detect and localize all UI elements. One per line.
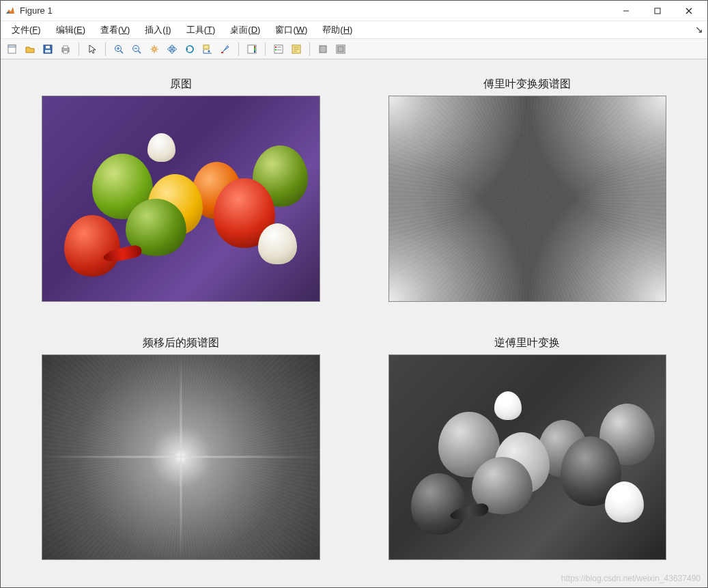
- menu-file[interactable]: 文件(F): [5, 22, 48, 38]
- svg-line-17: [139, 51, 141, 53]
- brush-button[interactable]: [218, 42, 233, 57]
- svg-rect-10: [63, 46, 68, 48]
- window-title: Figure 1: [20, 5, 610, 16]
- link-axes-button[interactable]: [182, 42, 197, 57]
- svg-rect-33: [275, 46, 277, 48]
- svg-point-22: [171, 48, 173, 50]
- open-button[interactable]: [23, 42, 38, 57]
- subplot-1-image[interactable]: [42, 96, 320, 302]
- subplot-3-title: 频移后的频谱图: [143, 336, 219, 350]
- svg-rect-8: [45, 50, 51, 53]
- menu-window[interactable]: 窗口(W): [268, 22, 314, 38]
- subplot-4-image[interactable]: [388, 354, 667, 561]
- svg-rect-5: [8, 45, 16, 47]
- menu-view[interactable]: 查看(V): [94, 22, 137, 38]
- toolbar-separator: [238, 42, 239, 56]
- menu-desktop[interactable]: 桌面(D): [223, 22, 267, 38]
- menu-insert[interactable]: 插入(I): [138, 22, 178, 38]
- rotate-3d-button[interactable]: [165, 42, 180, 57]
- subplot-grid: 原图 傅里叶变换频谱图: [1, 59, 707, 587]
- minimize-button[interactable]: [610, 1, 642, 21]
- svg-rect-31: [254, 46, 255, 53]
- svg-rect-43: [338, 46, 343, 52]
- subplot-1: 原图: [42, 77, 320, 302]
- matlab-icon: [5, 5, 16, 16]
- insert-legend-button[interactable]: [271, 42, 286, 57]
- subplot-2-image[interactable]: [388, 96, 667, 302]
- svg-rect-7: [46, 46, 50, 48]
- close-button[interactable]: [673, 1, 705, 21]
- menu-help[interactable]: 帮助(H): [315, 22, 359, 38]
- menubar: 文件(F) 编辑(E) 查看(V) 插入(I) 工具(T) 桌面(D) 窗口(W…: [1, 21, 707, 39]
- maximize-button[interactable]: [642, 1, 673, 21]
- toolbar-separator: [79, 42, 79, 56]
- zoom-in-button[interactable]: [111, 42, 126, 57]
- figure-canvas[interactable]: 原图 傅里叶变换频谱图: [1, 59, 707, 587]
- dock-arrow-icon[interactable]: ↘: [695, 24, 703, 35]
- subplot-1-title: 原图: [170, 77, 192, 92]
- subplot-3: 频移后的频谱图: [42, 336, 320, 561]
- watermark: https://blog.csdn.net/weixin_43637490: [561, 574, 700, 583]
- toolbar: [1, 39, 707, 59]
- show-plot-tools-button[interactable]: [333, 42, 348, 57]
- subplot-2: 傅里叶变换频谱图: [388, 77, 667, 302]
- svg-rect-25: [203, 45, 209, 49]
- svg-point-19: [153, 47, 156, 51]
- pointer-button[interactable]: [85, 42, 100, 57]
- save-button[interactable]: [40, 42, 55, 57]
- svg-rect-11: [63, 51, 68, 53]
- hide-plot-tools-button[interactable]: [315, 42, 330, 57]
- insert-colorbar-button[interactable]: [244, 42, 259, 57]
- subplot-4: 逆傅里叶变换: [388, 336, 667, 561]
- menu-edit[interactable]: 编辑(E): [49, 22, 92, 38]
- zoom-out-button[interactable]: [129, 42, 144, 57]
- subplot-2-title: 傅里叶变换频谱图: [483, 77, 571, 92]
- new-figure-button[interactable]: [5, 42, 20, 57]
- svg-point-28: [208, 50, 210, 52]
- svg-rect-1: [655, 8, 660, 14]
- toolbar-separator: [309, 42, 310, 56]
- svg-rect-34: [275, 49, 277, 51]
- subplot-3-image[interactable]: [42, 354, 320, 561]
- titlebar: Figure 1: [1, 1, 707, 21]
- toolbar-separator: [265, 42, 266, 56]
- svg-line-13: [121, 51, 124, 53]
- edit-plot-button[interactable]: [289, 42, 304, 57]
- toolbar-separator: [105, 42, 106, 56]
- subplot-4-title: 逆傅里叶变换: [494, 336, 560, 350]
- pan-button[interactable]: [147, 42, 162, 57]
- window-controls: [610, 1, 705, 21]
- print-button[interactable]: [58, 42, 73, 57]
- svg-rect-29: [221, 52, 223, 53]
- menu-tools[interactable]: 工具(T): [180, 22, 223, 38]
- svg-rect-41: [320, 46, 326, 53]
- data-cursor-button[interactable]: [200, 42, 215, 57]
